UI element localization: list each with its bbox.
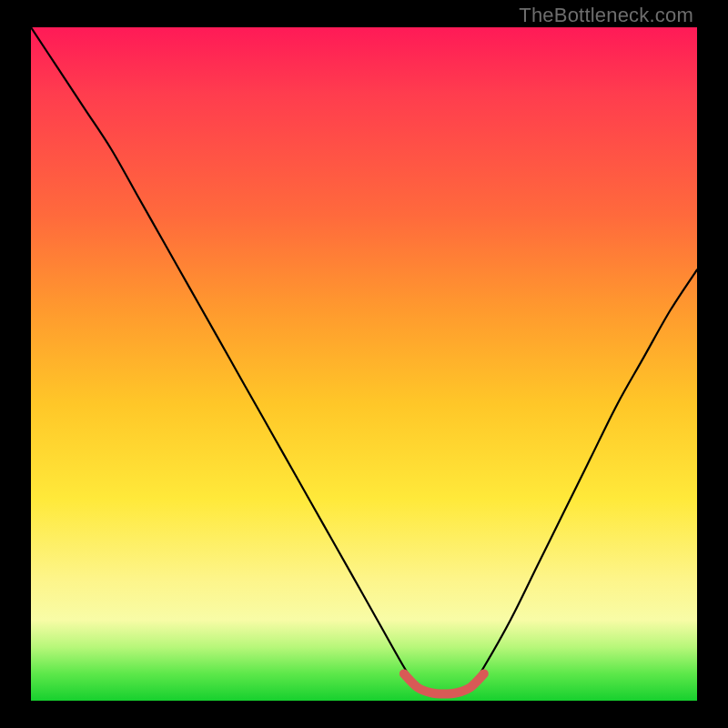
- bottleneck-curve: [31, 27, 697, 694]
- curve-svg: [31, 27, 697, 701]
- flat-highlight: [404, 673, 484, 693]
- chart-frame: TheBottleneck.com: [0, 0, 728, 728]
- watermark-text: TheBottleneck.com: [519, 4, 693, 27]
- plot-area: [31, 27, 697, 701]
